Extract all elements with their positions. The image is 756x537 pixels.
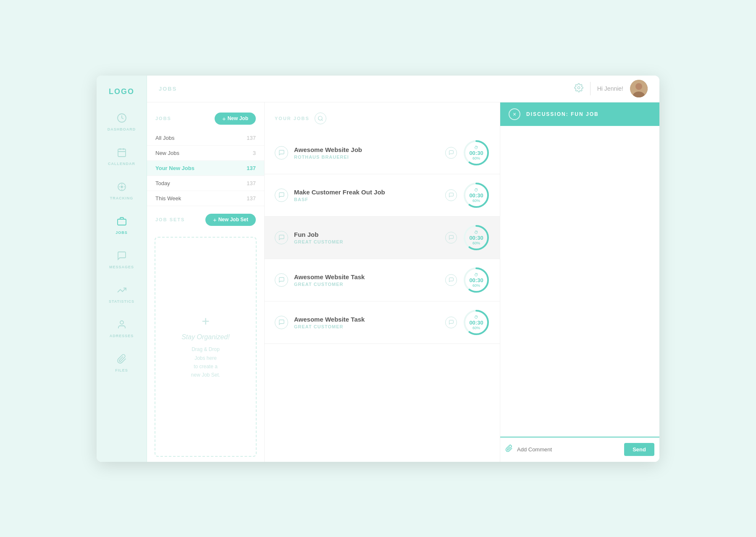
- messages-icon: [117, 251, 127, 263]
- stay-organized-desc: Drag & Drop Jobs here to create a new Jo…: [191, 345, 220, 380]
- job-chat-icon[interactable]: [445, 147, 457, 159]
- sidebar-item-label-tracking: TRACKING: [110, 196, 134, 200]
- jobs-list: Awesome Website Job ROTHAUS BRAUEREI: [265, 132, 500, 462]
- job-chat-icon[interactable]: [445, 317, 457, 328]
- job-sets-section: JOB SETS + New Job Set + Stay Organized!…: [147, 214, 264, 462]
- job-comment-icon[interactable]: [275, 231, 288, 244]
- svg-point-6: [578, 86, 580, 89]
- timer-circle[interactable]: ⏱ 00:30 60%: [463, 309, 490, 336]
- job-comment-icon[interactable]: [275, 189, 288, 202]
- sidebar-item-jobs[interactable]: JOBS: [97, 213, 147, 238]
- job-chat-icon[interactable]: [445, 189, 457, 201]
- sidebar-item-dashboard[interactable]: DASHBOARD: [97, 110, 147, 135]
- timer-time: 00:30: [469, 193, 483, 198]
- new-job-button[interactable]: + New Job: [215, 113, 256, 125]
- filter-today[interactable]: Today 137: [147, 176, 264, 191]
- svg-point-3: [121, 186, 123, 188]
- svg-rect-4: [118, 219, 126, 225]
- add-job-set-icon: +: [202, 314, 210, 329]
- discussion-body: [500, 126, 659, 437]
- timer-time: 00:30: [469, 320, 483, 325]
- left-panel: JOBS + New Job All Jobs 137 New Jobs 3: [147, 102, 265, 462]
- sidebar-item-files[interactable]: FILES: [97, 351, 147, 376]
- new-job-set-button[interactable]: + New Job Set: [205, 214, 256, 226]
- tracking-icon: [117, 182, 127, 194]
- send-button[interactable]: Send: [624, 443, 654, 456]
- topbar: JOBS Hi Jennie!: [147, 76, 659, 102]
- attach-icon[interactable]: [505, 445, 513, 454]
- sidebar-item-label-statistics: STATISTICS: [109, 299, 134, 304]
- job-subtitle: GREAT CUSTOMER: [294, 282, 445, 287]
- sidebar-item-addresses[interactable]: ADRESSES: [97, 316, 147, 341]
- job-card[interactable]: Awesome Website Task GREAT CUSTOMER: [265, 301, 500, 344]
- jobs-section-header: JOBS + New Job: [147, 113, 264, 131]
- job-subtitle: GREAT CUSTOMER: [294, 239, 445, 244]
- statistics-icon: [117, 285, 127, 298]
- job-sets-drop-zone: + Stay Organized! Drag & Drop Jobs here …: [155, 237, 257, 457]
- sidebar-item-label-calendar: CALLENDAR: [108, 162, 135, 166]
- job-comment-icon[interactable]: [275, 273, 288, 287]
- job-comment-icon[interactable]: [275, 146, 288, 160]
- sidebar-item-statistics[interactable]: STATISTICS: [97, 282, 147, 307]
- job-title: Awesome Website Task: [294, 273, 445, 280]
- timer-percent: 60%: [472, 199, 480, 203]
- svg-point-5: [120, 321, 123, 324]
- gear-icon[interactable]: [574, 83, 583, 94]
- job-comment-icon[interactable]: [275, 316, 288, 329]
- comment-input[interactable]: [517, 446, 620, 453]
- sidebar-item-tracking[interactable]: TRACKING: [97, 178, 147, 204]
- timer-circle[interactable]: ⏱ 00:30 60%: [463, 139, 490, 166]
- files-icon: [117, 354, 127, 367]
- job-title: Make Customer Freak Out Job: [294, 189, 445, 196]
- sidebar-item-label-messages: MESSAGES: [109, 265, 134, 269]
- sidebar-item-label-addresses: ADRESSES: [110, 334, 134, 338]
- logo: LOGO: [109, 87, 134, 96]
- job-card[interactable]: Awesome Website Task GREAT CUSTOMER: [265, 259, 500, 301]
- timer-percent: 60%: [472, 156, 480, 160]
- timer-circle[interactable]: ⏱ 00:30 60%: [463, 182, 490, 209]
- filter-new-jobs[interactable]: New Jobs 3: [147, 146, 264, 161]
- dashboard-icon: [117, 113, 127, 126]
- job-title: Awesome Website Job: [294, 146, 445, 153]
- timer-percent: 60%: [472, 326, 480, 330]
- search-button[interactable]: [315, 113, 326, 124]
- sidebar: LOGO DASHBOARD CALLENDAR: [97, 76, 147, 462]
- main-area: JOBS Hi Jennie!: [147, 76, 659, 462]
- sidebar-item-label-dashboard: DASHBOARD: [108, 127, 136, 131]
- middle-panel: YOUR JOBS: [265, 102, 500, 462]
- timer-time: 00:30: [469, 278, 483, 283]
- filter-your-new-jobs[interactable]: Your New Jobs 137: [147, 161, 264, 176]
- stay-organized-title: Stay Organized!: [181, 333, 230, 341]
- filter-all-jobs[interactable]: All Jobs 137: [147, 131, 264, 146]
- job-title: Awesome Website Task: [294, 316, 445, 323]
- avatar: [630, 80, 648, 97]
- job-subtitle: GREAT CUSTOMER: [294, 324, 445, 329]
- job-card[interactable]: Make Customer Freak Out Job BASF: [265, 174, 500, 217]
- svg-point-10: [318, 116, 322, 120]
- timer-circle[interactable]: ⏱ 00:30 60%: [463, 224, 490, 251]
- discussion-title: DISCUSSION: FUN JOB: [526, 111, 599, 117]
- job-chat-icon[interactable]: [445, 232, 457, 244]
- timer-percent: 60%: [472, 283, 480, 288]
- topbar-right: Hi Jennie!: [574, 80, 648, 97]
- sidebar-item-label-jobs: JOBS: [116, 231, 128, 235]
- calendar-icon: [117, 147, 127, 160]
- timer-time: 00:30: [469, 235, 483, 241]
- job-subtitle: BASF: [294, 197, 445, 202]
- job-subtitle: ROTHAUS BRAUEREI: [294, 155, 445, 160]
- svg-rect-1: [118, 149, 126, 157]
- your-jobs-label: YOUR JOBS: [275, 116, 310, 121]
- timer-circle[interactable]: ⏱ 00:30 60%: [463, 267, 490, 293]
- discussion-footer: Send: [500, 437, 659, 462]
- filter-this-week[interactable]: This Week 137: [147, 191, 264, 206]
- discussion-close-button[interactable]: ×: [509, 108, 520, 120]
- job-chat-icon[interactable]: [445, 274, 457, 286]
- sidebar-item-messages[interactable]: MESSAGES: [97, 247, 147, 272]
- addresses-icon: [117, 320, 127, 332]
- sidebar-item-label-files: FILES: [115, 368, 128, 372]
- jobs-section-label: JOBS: [155, 116, 171, 121]
- job-sets-header: JOB SETS + New Job Set: [147, 214, 264, 232]
- sidebar-item-calendar[interactable]: CALLENDAR: [97, 144, 147, 169]
- job-card[interactable]: Fun Job GREAT CUSTOMER: [265, 217, 500, 259]
- job-card[interactable]: Awesome Website Job ROTHAUS BRAUEREI: [265, 132, 500, 174]
